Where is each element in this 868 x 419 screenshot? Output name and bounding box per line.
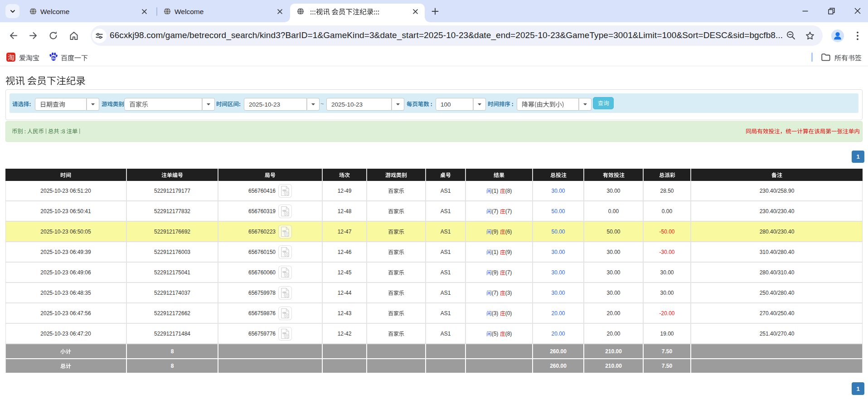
- svg-text:du: du: [52, 56, 56, 60]
